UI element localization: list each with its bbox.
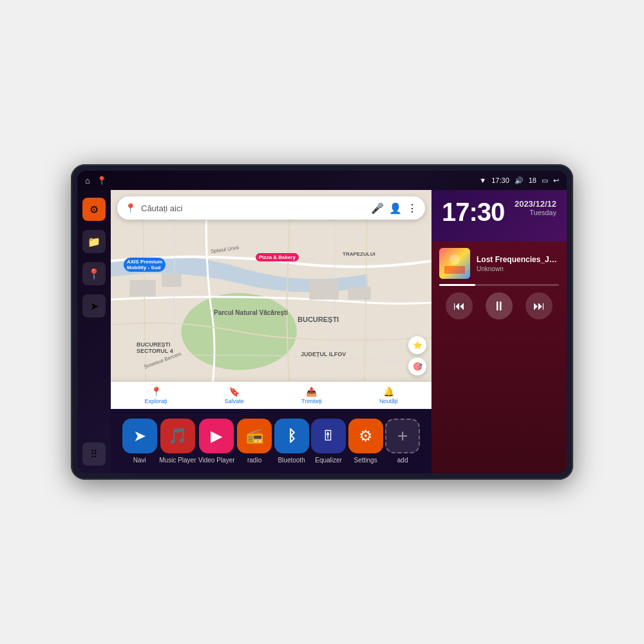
- equalizer-icon: 🎚: [321, 428, 336, 444]
- navi-icon: ➤: [133, 427, 146, 445]
- clock-widget: 17:30 2023/12/12 Tuesday: [431, 190, 567, 242]
- add-icon: +: [397, 426, 408, 446]
- radio-label: radio: [247, 457, 261, 464]
- clock-date: 2023/12/12 Tuesday: [515, 199, 556, 216]
- track-name: Lost Frequencies_Janie...: [477, 255, 559, 264]
- svg-rect-2: [130, 280, 156, 296]
- svg-rect-0: [111, 197, 431, 402]
- app-add[interactable]: + add: [385, 419, 420, 464]
- device-frame: ⌂ 📍 ▼ 17:30 🔊 18 ▭ ↩ ⚙ 📁: [71, 164, 573, 480]
- equalizer-icon-box: 🎚: [311, 419, 346, 453]
- maps-icon[interactable]: 📍: [97, 176, 107, 185]
- add-icon-box: +: [385, 419, 420, 453]
- track-artist: Unknown: [477, 265, 559, 272]
- svg-point-7: [450, 254, 460, 265]
- sidebar-item-location[interactable]: 📍: [82, 262, 106, 285]
- map-bottom-nav: 📍 Explorați 🔖 Salvate 📤 Trimiteți: [111, 382, 431, 409]
- settings-label: Settings: [354, 457, 377, 464]
- sidebar-item-navigate[interactable]: ➤: [82, 294, 106, 317]
- map-nav-news[interactable]: 🔔 Noutăți: [379, 386, 398, 404]
- device-screen: ⌂ 📍 ▼ 17:30 🔊 18 ▭ ↩ ⚙ 📁: [77, 171, 567, 473]
- battery-icon: ▭: [542, 176, 548, 185]
- svg-rect-8: [444, 266, 465, 274]
- google-maps-icon: 📍: [125, 203, 136, 213]
- right-panel: 17:30 2023/12/12 Tuesday: [431, 190, 567, 473]
- sidebar-item-settings[interactable]: ⚙: [82, 198, 106, 221]
- music-widget: Lost Frequencies_Janie... Unknown ⏮ ⏸ ⏭: [431, 242, 567, 473]
- sidebar-item-apps[interactable]: ⠿: [82, 442, 106, 466]
- app-settings[interactable]: ⚙ Settings: [348, 419, 383, 464]
- send-icon: 📤: [306, 386, 317, 397]
- track-details: Lost Frequencies_Janie... Unknown: [477, 255, 559, 272]
- explore-icon: 📍: [151, 386, 162, 397]
- next-button[interactable]: ⏭: [526, 292, 553, 319]
- bluetooth-label: Bluetooth: [278, 457, 305, 464]
- prev-button[interactable]: ⏮: [446, 292, 473, 319]
- music-icon: 🎵: [168, 427, 187, 445]
- progress-bar-fill: [439, 284, 475, 286]
- district-sectorul4: BUCUREȘTISECTORUL 4: [137, 341, 173, 354]
- send-label: Trimiteți: [301, 398, 322, 404]
- map-search-bar[interactable]: 📍 Căutați aici 🎤 👤 ⋮: [117, 196, 425, 220]
- video-player-label: Video Player: [198, 457, 235, 464]
- app-equalizer[interactable]: 🎚 Equalizer: [311, 419, 346, 464]
- pin-pizza[interactable]: Pizza & Bakery: [256, 253, 299, 261]
- map-star-btn[interactable]: ⭐: [408, 336, 426, 354]
- district-trapezului: TRAPEZULUI: [343, 251, 375, 257]
- center-content: Splaiul Unirii Șoseaua Berceni Parcul Na…: [111, 190, 431, 473]
- app-dock: ➤ Navi 🎵 Music Player ▶ Vi: [111, 409, 431, 473]
- svg-rect-4: [310, 280, 339, 299]
- sidebar-item-files[interactable]: 📁: [82, 230, 106, 253]
- status-time: 17:30: [491, 176, 509, 184]
- svg-rect-3: [162, 274, 182, 287]
- app-radio[interactable]: 📻 radio: [237, 419, 272, 464]
- map-nav-explore[interactable]: 📍 Explorați: [145, 386, 167, 404]
- bluetooth-icon: ᛒ: [287, 427, 296, 445]
- bluetooth-icon-box: ᛒ: [274, 419, 309, 453]
- app-video-player[interactable]: ▶ Video Player: [198, 419, 235, 464]
- battery-level: 18: [529, 176, 536, 184]
- music-track-info: Lost Frequencies_Janie... Unknown: [439, 248, 559, 279]
- mic-icon[interactable]: 🎤: [371, 202, 384, 214]
- saved-icon: 🔖: [229, 386, 240, 397]
- svg-rect-5: [348, 287, 371, 299]
- clock-day: Tuesday: [515, 209, 556, 216]
- map-svg: [111, 190, 431, 409]
- news-label: Noutăți: [379, 398, 398, 404]
- map-container: Splaiul Unirii Șoseaua Berceni Parcul Na…: [111, 190, 431, 409]
- app-navi[interactable]: ➤ Navi: [122, 419, 157, 464]
- navi-label: Navi: [133, 457, 146, 464]
- radio-icon: 📻: [246, 428, 263, 444]
- back-icon[interactable]: ↩: [553, 176, 559, 185]
- map-nav-send[interactable]: 📤 Trimiteți: [301, 386, 322, 404]
- progress-bar-container[interactable]: [439, 284, 559, 286]
- app-music-player[interactable]: 🎵 Music Player: [159, 419, 196, 464]
- app-bluetooth[interactable]: ᛒ Bluetooth: [274, 419, 309, 464]
- explore-label: Explorați: [145, 398, 167, 404]
- map-nav-saved[interactable]: 🔖 Salvate: [225, 386, 244, 404]
- music-controls: ⏮ ⏸ ⏭: [439, 292, 559, 319]
- account-icon[interactable]: 👤: [389, 202, 402, 214]
- sidebar: ⚙ 📁 📍 ➤ ⠿: [77, 190, 111, 473]
- district-bucuresti: BUCUREȘTI: [298, 316, 339, 323]
- settings-icon: ⚙: [90, 204, 99, 216]
- map-area[interactable]: Splaiul Unirii Șoseaua Berceni Parcul Na…: [111, 190, 431, 409]
- status-right: ▼ 17:30 🔊 18 ▭ ↩: [479, 176, 559, 185]
- video-icon: ▶: [211, 427, 222, 445]
- music-icon-box: 🎵: [160, 419, 195, 453]
- grid-icon: ⠿: [90, 448, 98, 460]
- map-location-btn[interactable]: 🎯: [408, 357, 426, 375]
- equalizer-label: Equalizer: [315, 457, 342, 464]
- menu-icon[interactable]: ⋮: [407, 202, 417, 214]
- main-area: ⚙ 📁 📍 ➤ ⠿: [77, 190, 567, 473]
- pin-axis[interactable]: AXIS PremiumMobility - Sud: [124, 258, 166, 272]
- settings-app-icon: ⚙: [359, 427, 373, 445]
- district-ilfov: JUDEȚUL ILFOV: [301, 351, 346, 357]
- saved-label: Salvate: [225, 398, 244, 404]
- map-search-text[interactable]: Căutați aici: [141, 204, 366, 213]
- settings-app-icon-box: ⚙: [348, 419, 383, 453]
- news-icon: 🔔: [383, 386, 394, 397]
- pause-button[interactable]: ⏸: [486, 292, 513, 319]
- navi-icon-box: ➤: [122, 419, 157, 453]
- home-icon[interactable]: ⌂: [85, 176, 90, 185]
